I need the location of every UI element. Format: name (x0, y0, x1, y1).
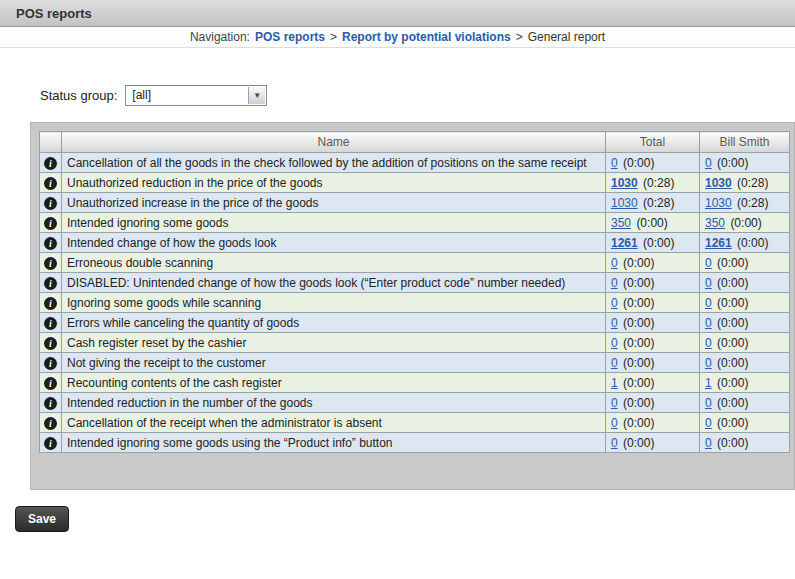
user-count-link[interactable]: 0 (705, 396, 712, 410)
table-row: iUnauthorized reduction in the price of … (40, 173, 790, 193)
duration-text: (0:00) (717, 316, 748, 330)
total-count-link[interactable]: 0 (611, 156, 618, 170)
duration-text: (0:00) (636, 216, 667, 230)
duration-text: (0:00) (623, 316, 654, 330)
duration-text: (0:00) (717, 416, 748, 430)
report-panel: Name Total Bill Smith iCancellation of a… (30, 122, 795, 490)
duration-text: (0:00) (623, 296, 654, 310)
duration-text: (0:00) (623, 376, 654, 390)
footer: Save (15, 506, 795, 532)
duration-text: (0:00) (717, 436, 748, 450)
total-count-link[interactable]: 0 (611, 296, 618, 310)
violations-table-body: iCancellation of all the goods in the ch… (40, 153, 790, 453)
info-icon[interactable]: i (44, 217, 57, 230)
table-row: iErroneous double scanning0 (0:00)0 (0:0… (40, 253, 790, 273)
violation-name: Not giving the receipt to the customer (62, 353, 606, 373)
duration-text: (0:00) (717, 276, 748, 290)
chevron-down-icon[interactable]: ▼ (248, 87, 265, 104)
total-count-link[interactable]: 0 (611, 396, 618, 410)
violation-name: Unauthorized reduction in the price of t… (62, 173, 606, 193)
status-group-dropdown[interactable]: [all] ▼ (125, 85, 267, 106)
table-row: iCancellation of all the goods in the ch… (40, 153, 790, 173)
violation-name: DISABLED: Unintended change of how the g… (62, 273, 606, 293)
status-group-selected-value: [all] (132, 88, 151, 102)
table-row: iUnauthorized increase in the price of t… (40, 193, 790, 213)
save-button[interactable]: Save (15, 506, 69, 532)
duration-text: (0:00) (717, 396, 748, 410)
page-title: POS reports (16, 6, 92, 21)
total-count-link[interactable]: 0 (611, 436, 618, 450)
user-count-link[interactable]: 1261 (705, 236, 732, 250)
violation-name: Intended reduction in the number of the … (62, 393, 606, 413)
table-row: iNot giving the receipt to the customer0… (40, 353, 790, 373)
violations-table: Name Total Bill Smith iCancellation of a… (39, 131, 790, 453)
user-count-link[interactable]: 0 (705, 336, 712, 350)
duration-text: (0:00) (717, 336, 748, 350)
violation-name: Intended change of how the goods look (62, 233, 606, 253)
user-count-link[interactable]: 0 (705, 356, 712, 370)
table-row: iRecounting contents of the cash registe… (40, 373, 790, 393)
table-row: iIntended ignoring some goods using the … (40, 433, 790, 453)
user-count-link[interactable]: 0 (705, 256, 712, 270)
duration-text: (0:28) (643, 196, 674, 210)
info-icon[interactable]: i (44, 437, 57, 450)
user-count-link[interactable]: 0 (705, 296, 712, 310)
total-count-link[interactable]: 350 (611, 216, 631, 230)
total-count-link[interactable]: 0 (611, 276, 618, 290)
info-icon[interactable]: i (44, 397, 57, 410)
user-count-link[interactable]: 350 (705, 216, 725, 230)
user-count-link[interactable]: 1 (705, 376, 712, 390)
user-column-header: Bill Smith (700, 132, 790, 153)
info-icon[interactable]: i (44, 177, 57, 190)
total-count-link[interactable]: 1 (611, 376, 618, 390)
user-count-link[interactable]: 0 (705, 436, 712, 450)
violation-name: Ignoring some goods while scanning (62, 293, 606, 313)
total-count-link[interactable]: 1030 (611, 176, 638, 190)
info-icon[interactable]: i (44, 297, 57, 310)
user-count-link[interactable]: 0 (705, 276, 712, 290)
user-count-link[interactable]: 0 (705, 316, 712, 330)
info-icon[interactable]: i (44, 377, 57, 390)
breadcrumb-link-report-by-potential-violations[interactable]: Report by potential violations (342, 30, 511, 44)
user-count-link[interactable]: 0 (705, 156, 712, 170)
info-icon[interactable]: i (44, 417, 57, 430)
duration-text: (0:00) (737, 236, 768, 250)
breadcrumb-current-general-report: General report (528, 30, 605, 44)
duration-text: (0:00) (717, 156, 748, 170)
duration-text: (0:00) (623, 436, 654, 450)
duration-text: (0:00) (623, 396, 654, 410)
info-icon[interactable]: i (44, 277, 57, 290)
violation-name: Erroneous double scanning (62, 253, 606, 273)
info-icon[interactable]: i (44, 257, 57, 270)
total-count-link[interactable]: 0 (611, 256, 618, 270)
info-icon[interactable]: i (44, 337, 57, 350)
info-icon[interactable]: i (44, 197, 57, 210)
duration-text: (0:00) (643, 236, 674, 250)
total-count-link[interactable]: 1030 (611, 196, 638, 210)
table-row: iIntended ignoring some goods350 (0:00)3… (40, 213, 790, 233)
duration-text: (0:28) (737, 176, 768, 190)
table-row: iErrors while canceling the quantity of … (40, 313, 790, 333)
breadcrumb-separator: > (516, 30, 523, 44)
total-count-link[interactable]: 0 (611, 336, 618, 350)
user-count-link[interactable]: 0 (705, 416, 712, 430)
breadcrumb-separator: > (330, 30, 337, 44)
user-count-link[interactable]: 1030 (705, 196, 732, 210)
info-icon[interactable]: i (44, 317, 57, 330)
table-row: iIntended reduction in the number of the… (40, 393, 790, 413)
total-count-link[interactable]: 1261 (611, 236, 638, 250)
duration-text: (0:28) (643, 176, 674, 190)
user-count-link[interactable]: 1030 (705, 176, 732, 190)
violation-name: Recounting contents of the cash register (62, 373, 606, 393)
duration-text: (0:00) (730, 216, 761, 230)
breadcrumb: Navigation: POS reports > Report by pote… (0, 27, 795, 48)
info-icon[interactable]: i (44, 357, 57, 370)
table-row: iDISABLED: Unintended change of how the … (40, 273, 790, 293)
total-count-link[interactable]: 0 (611, 316, 618, 330)
total-count-link[interactable]: 0 (611, 356, 618, 370)
info-icon[interactable]: i (44, 157, 57, 170)
breadcrumb-link-pos-reports[interactable]: POS reports (255, 30, 325, 44)
duration-text: (0:00) (717, 356, 748, 370)
info-icon[interactable]: i (44, 237, 57, 250)
total-count-link[interactable]: 0 (611, 416, 618, 430)
